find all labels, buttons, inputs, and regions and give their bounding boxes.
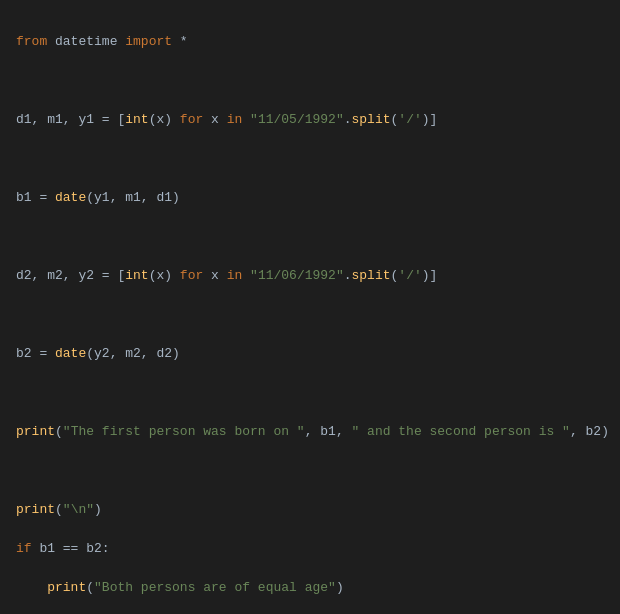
- code-line-7: d2, m2, y2 = [int(x) for x in "11/06/199…: [16, 266, 604, 286]
- code-line-2: [16, 71, 604, 91]
- code-line-13: print("\n"): [16, 500, 604, 520]
- code-line-11: print("The first person was born on ", b…: [16, 422, 604, 442]
- code-line-8: [16, 305, 604, 325]
- code-line-15: print("Both persons are of equal age"): [16, 578, 604, 598]
- code-line-9: b2 = date(y2, m2, d2): [16, 344, 604, 364]
- code-line-3: d1, m1, y1 = [int(x) for x in "11/05/199…: [16, 110, 604, 130]
- code-line-12: [16, 461, 604, 481]
- code-line-5: b1 = date(y1, m1, d1): [16, 188, 604, 208]
- code-line-14: if b1 == b2:: [16, 539, 604, 559]
- code-editor: from datetime import * d1, m1, y1 = [int…: [16, 12, 604, 614]
- code-line-6: [16, 227, 604, 247]
- code-line-4: [16, 149, 604, 169]
- code-line-10: [16, 383, 604, 403]
- code-line-1: from datetime import *: [16, 32, 604, 52]
